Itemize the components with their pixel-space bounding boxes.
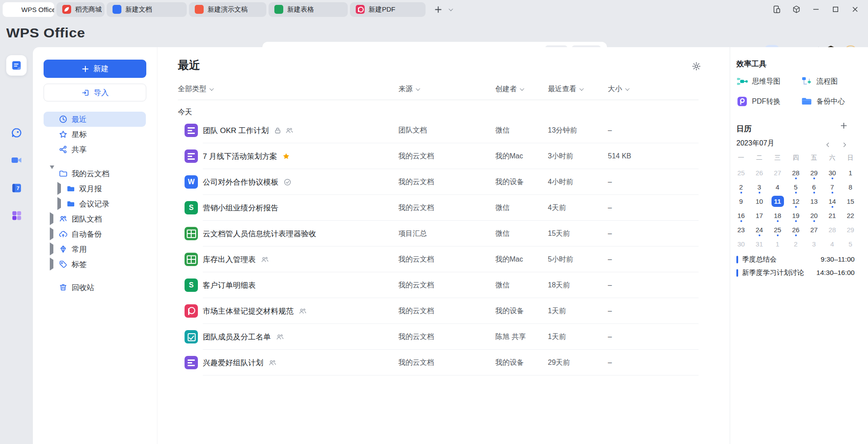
calendar-day[interactable]: 31 [750,237,768,251]
calendar-day[interactable]: 11 [768,194,787,208]
window-tab[interactable]: 新建表格 [269,2,348,17]
new-document-button[interactable]: 新建 [44,60,146,78]
calendar-day[interactable]: 8 [841,180,860,194]
minimize-button[interactable] [809,3,823,16]
sidebar-item-frequent[interactable]: 常用 [33,242,157,257]
calendar-next-button[interactable] [839,140,848,149]
sidebar-item-auto-backup[interactable]: 自动备份 [33,226,157,242]
calendar-day[interactable]: 29 [841,222,860,237]
calendar-day[interactable]: 23 [732,222,750,237]
calendar-prev-button[interactable] [824,140,833,149]
close-button[interactable] [848,3,862,16]
calendar-day[interactable]: 4 [823,237,841,251]
calendar-day[interactable]: 2 [787,237,805,251]
calendar-day[interactable]: 22 [841,208,860,222]
calendar-day[interactable]: 21 [823,208,841,222]
filter-source[interactable]: 来源 [398,85,495,94]
tool-flowchart[interactable]: 流程图 [801,75,838,88]
calendar-day[interactable]: 12 [787,194,805,208]
calendar-day[interactable]: 9 [732,194,750,208]
collapse-arrow-icon[interactable] [50,245,54,254]
sidebar-item-recent[interactable]: 最近 [44,112,146,127]
new-tab-button[interactable] [434,5,442,14]
calendar-day[interactable]: 18 [768,208,787,222]
file-row[interactable]: 7 月线下活动策划方案 我的云文档 我的Mac 3小时前 514 KB [178,143,699,169]
calendar-day[interactable]: 3 [805,237,823,251]
calendar-day[interactable]: 4 [768,180,787,194]
filter-creator[interactable]: 创建者 [495,85,548,94]
calendar-day[interactable]: 3 [750,180,768,194]
rail-apps-button[interactable] [6,205,27,226]
sidebar-item-shared[interactable]: 共享 [44,142,146,157]
file-row[interactable]: 客户订单明细表 我的云文档 微信 18天前 – [178,272,699,298]
calendar-day[interactable]: 10 [750,194,768,208]
file-row[interactable]: 团队 OKR 工作计划 团队文档 微信 13分钟前 – [178,117,699,143]
calendar-day[interactable]: 26 [750,165,768,180]
filter-last-viewed[interactable]: 最近查看 [548,85,608,94]
file-row[interactable]: 公司对外合作协议模板 我的云文档 我的设备 4小时前 – [178,169,699,195]
collapse-arrow-icon[interactable] [50,230,54,238]
calendar-day[interactable]: 27 [805,222,823,237]
collapse-arrow-icon[interactable] [57,184,61,193]
window-tab[interactable]: 新建PDF [350,2,426,17]
rail-calendar-button[interactable]: 7 [6,178,27,198]
window-tab[interactable]: 新建文档 [107,2,187,17]
sidebar-item-bimonthly-report[interactable]: 双月报 [33,181,157,196]
calendar-day[interactable]: 30 [732,237,750,251]
calendar-day[interactable]: 17 [750,208,768,222]
calendar-day[interactable]: 13 [805,194,823,208]
filter-all-types[interactable]: 全部类型 [178,85,213,94]
collapse-arrow-icon[interactable] [50,214,54,223]
file-row[interactable]: 团队成员及分工名单 我的云文档 陈旭 共享 1天前 – [178,324,699,350]
file-row[interactable]: 市场主体登记提交材料规范 我的云文档 我的设备 1天前 – [178,298,699,324]
event-item[interactable]: 新季度学习计划讨论 14:30–16:00 [736,266,855,279]
file-row[interactable]: 营销小组业绩分析报告 我的云文档 微信 4天前 – [178,195,699,221]
calendar-day[interactable]: 24 [750,222,768,237]
calendar-day[interactable]: 5 [787,180,805,194]
settings-gear-button[interactable] [691,61,701,71]
window-tab[interactable]: 新建演示文稿 [189,2,266,17]
window-tab[interactable]: WPS Office [3,2,54,17]
import-button[interactable]: 导入 [44,84,146,101]
calendar-day[interactable]: 26 [787,222,805,237]
expand-arrow-icon[interactable] [50,169,54,178]
tool-pdf-convert[interactable]: PDF转换 [736,95,780,108]
mobile-companion-button[interactable] [770,3,784,16]
sidebar-item-team-docs[interactable]: 团队文档 [33,211,157,226]
file-row[interactable]: 云文档管人员信息统计表理器验收 项目汇总 微信 15天前 – [178,221,699,246]
file-row[interactable]: 库存出入管理表 我的云文档 我的Mac 5小时前 – [178,246,699,272]
calendar-day[interactable]: 15 [841,194,860,208]
components-cube-button[interactable] [790,3,803,16]
calendar-day[interactable]: 19 [787,208,805,222]
calendar-day[interactable]: 27 [768,165,787,180]
calendar-day[interactable]: 5 [841,237,860,251]
calendar-day[interactable]: 28 [823,222,841,237]
sidebar-item-meeting-notes[interactable]: 会议记录 [33,196,157,211]
calendar-day[interactable]: 6 [805,180,823,194]
window-tab[interactable]: 稻壳商城 [56,2,104,17]
event-item[interactable]: 季度总结会 9:30–11:00 [736,253,855,266]
calendar-day[interactable]: 28 [787,165,805,180]
sidebar-item-starred[interactable]: 星标 [44,127,146,142]
rail-documents-button[interactable] [6,55,27,76]
maximize-button[interactable] [829,3,842,16]
tool-mindmap[interactable]: 思维导图 [736,75,780,88]
calendar-day[interactable]: 20 [805,208,823,222]
rail-chat-button[interactable] [6,122,27,143]
calendar-day[interactable]: 2 [732,180,750,194]
rail-meeting-button[interactable] [6,150,27,170]
calendar-day[interactable]: 25 [768,222,787,237]
calendar-day[interactable]: 1 [841,165,860,180]
sidebar-item-my-cloud-docs[interactable]: 我的云文档 [33,166,157,181]
sidebar-item-trash[interactable]: 回收站 [33,280,157,295]
tab-list-chevron[interactable] [449,8,452,11]
filter-size[interactable]: 大小 [608,85,699,94]
calendar-day[interactable]: 14 [823,194,841,208]
calendar-day[interactable]: 1 [768,237,787,251]
collapse-arrow-icon[interactable] [50,260,54,269]
sidebar-item-tags[interactable]: 标签 [33,257,157,272]
calendar-day[interactable]: 7 [823,180,841,194]
calendar-add-button[interactable] [840,122,848,129]
tool-backup-center[interactable]: 备份中心 [801,95,845,108]
calendar-day[interactable]: 16 [732,208,750,222]
